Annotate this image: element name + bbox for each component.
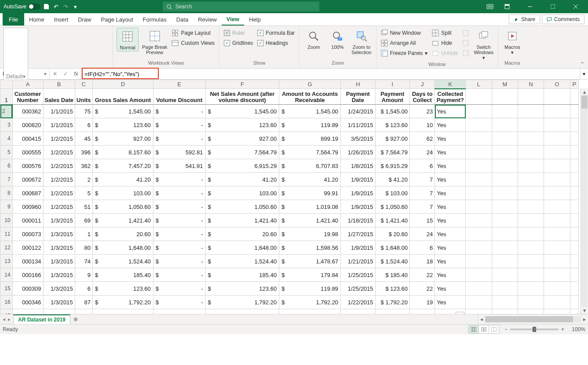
cell[interactable]: 000576 [12,159,43,173]
cell[interactable]: $- [153,200,205,214]
cell[interactable]: 7 [410,200,435,214]
cell[interactable]: 1/3/2015 [43,282,75,296]
cell[interactable] [518,268,544,282]
cell[interactable]: $ 1,648.00 [375,241,409,255]
cell[interactable]: $ 185.40 [375,268,409,282]
cell[interactable] [544,89,570,105]
worksheet-grid[interactable]: ABCDEFGHIJKLMNOP1CustomerNumberSales Dat… [0,80,588,324]
cell[interactable]: Yes [435,227,466,241]
cell[interactable]: $927.00 [205,132,279,146]
cell[interactable]: Yes [435,255,466,268]
col-header[interactable]: D [92,80,153,89]
cell[interactable]: $99.91 [279,186,341,200]
cell[interactable] [544,132,570,146]
cell[interactable] [544,296,570,309]
customviews-button[interactable]: Custom Views [171,39,215,47]
cell[interactable] [518,296,544,309]
cell[interactable]: $899.19 [279,132,341,146]
tab-draw[interactable]: Draw [73,13,96,26]
cell[interactable]: Yes [435,241,466,255]
formula-input[interactable] [82,71,580,77]
cell[interactable]: $ 103.00 [375,186,409,200]
cell[interactable]: 6 [410,241,435,255]
cell[interactable]: 51 [75,200,92,214]
col-header[interactable]: F [205,80,279,89]
cell[interactable]: $1,792.20 [92,296,153,309]
hide-button[interactable]: Hide [431,39,459,47]
cell[interactable]: $1,050.60 [205,200,279,214]
cell[interactable]: 45 [75,132,92,146]
row-header[interactable]: 17 [0,309,13,314]
cell[interactable]: $- [153,173,205,186]
cell[interactable] [570,309,578,314]
ribbon-display-icon[interactable] [497,0,517,13]
col-header[interactable]: L [466,80,492,89]
cell[interactable]: Yes [435,282,466,296]
vertical-scrollbar[interactable]: ▴ ▾ [581,88,588,314]
zoom-level[interactable]: 100% [567,326,585,332]
cell[interactable]: 000122 [12,241,43,255]
cell[interactable]: 1/26/2015 [341,146,375,159]
pagelayout-button[interactable]: Page Layout [171,29,215,37]
cell[interactable]: $1,648.00 [205,241,279,255]
tab-help[interactable]: Help [244,13,266,26]
cell[interactable]: Yes [435,159,466,173]
cell[interactable]: 24 [410,227,435,241]
cell[interactable]: $ 1,050.60 [375,200,409,214]
cell[interactable] [492,173,518,186]
row-header[interactable]: 3 [0,118,13,132]
cell[interactable]: $ 6,915.29 [375,159,409,173]
cell[interactable] [492,89,518,105]
cell[interactable]: 000011 [12,214,43,227]
row-header[interactable]: 13 [0,255,13,268]
cell[interactable]: Yes [435,268,466,282]
cell[interactable] [570,227,578,241]
cell[interactable]: 75 [75,105,92,118]
cell[interactable]: 29 [410,309,435,314]
cell[interactable]: $541.91 [153,159,205,173]
cell[interactable]: 5 [75,186,92,200]
row-header[interactable]: 2 [0,105,13,118]
cell[interactable]: 77 [75,309,92,314]
col-header[interactable]: I [375,80,409,89]
cell[interactable]: 7 [410,186,435,200]
cell[interactable]: $7,457.20 [92,159,153,173]
normal-view-shortcut[interactable] [468,325,479,334]
cell[interactable]: 1/25/2015 [341,282,375,296]
undo-icon[interactable]: ↶ [52,3,60,11]
cell[interactable]: 9 [75,268,92,282]
cell[interactable]: $1,478.67 [279,255,341,268]
comments-button[interactable]: Comments [542,15,584,24]
qat-customize-icon[interactable]: ▾ [71,3,79,11]
new-window-button[interactable]: New Window [380,29,429,37]
cell[interactable]: 1/2/2015 [43,146,75,159]
row-header[interactable]: 7 [0,173,13,186]
cell[interactable]: $1,792.20 [205,296,279,309]
cell[interactable] [466,241,492,255]
gridlines-checkbox[interactable]: Gridlines [223,39,254,47]
cell[interactable] [466,173,492,186]
cell[interactable]: $41.20 [205,173,279,186]
account-icon[interactable] [486,3,494,11]
cell[interactable]: $- [153,255,205,268]
cell[interactable]: 1/1/2015 [43,105,75,118]
cell[interactable] [570,105,578,118]
cell[interactable]: 1 [75,227,92,241]
col-header[interactable]: P [570,80,578,89]
cell[interactable] [570,200,578,214]
cell[interactable]: 62 [410,132,435,146]
cell[interactable]: 000820 [12,118,43,132]
cell[interactable]: $ 41.20 [375,173,409,186]
cell[interactable]: 1/11/2015 [341,118,375,132]
share-button[interactable]: Share [509,15,540,24]
cell[interactable]: $185.40 [205,268,279,282]
arrange-all-button[interactable]: Arrange All [380,39,429,47]
cell[interactable]: $123.60 [205,118,279,132]
macros-button[interactable]: Macros▾ [502,28,523,56]
cell[interactable] [518,200,544,214]
collapse-ribbon-button[interactable]: ⌃ [579,61,585,67]
col-header[interactable]: A [12,80,43,89]
cell[interactable]: 22 [410,282,435,296]
cell[interactable]: Yes [435,132,466,146]
tab-home[interactable]: Home [24,13,49,26]
